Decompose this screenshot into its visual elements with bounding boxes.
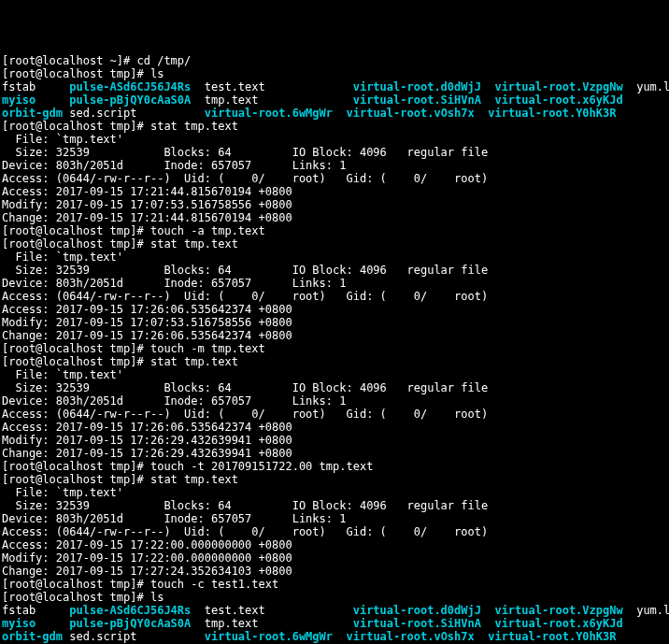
stat-output: Size: 32539 Blocks: 64 IO Block: 4096 re…	[2, 146, 488, 159]
stat-output: Access: (0644/-rw-r--r--) Uid: ( 0/ root…	[2, 290, 488, 303]
ls-entry: test.text	[191, 80, 352, 93]
stat-output: Change: 2017-09-15 17:21:44.815670194 +0…	[2, 211, 292, 224]
stat-output: Size: 32539 Blocks: 64 IO Block: 4096 re…	[2, 499, 488, 512]
ls-entry-dir: virtual-root.VzpgNw	[494, 604, 622, 617]
stat-output: Device: 803h/2051d Inode: 657057 Links: …	[2, 394, 346, 408]
stat-output: File: `tmp.text'	[2, 133, 123, 146]
ls-entry-dir: pulse-pBjQY0cAaS0A	[69, 617, 191, 630]
terminal-line: [root@localhost tmp]# touch -t 201709151…	[2, 460, 373, 473]
stat-output: Change: 2017-09-15 17:26:06.535642374 +0…	[2, 329, 292, 342]
ls-spacer	[36, 617, 69, 630]
ls-spacer	[481, 604, 494, 617]
ls-entry-dir: virtual-root.SiHVnA	[353, 93, 481, 107]
ls-entry-dir: virtual-root.vOsh7x	[346, 630, 474, 643]
terminal-line: [root@localhost tmp]# stat tmp.text	[2, 473, 238, 486]
ls-spacer	[36, 93, 69, 107]
ls-entry-dir: virtual-root.x6yKJd	[494, 93, 622, 107]
ls-spacer	[481, 617, 494, 630]
stat-output: Access: 2017-09-15 17:21:44.815670194 +0…	[2, 185, 292, 198]
ls-spacer	[481, 93, 494, 107]
ls-entry: sed.script	[63, 630, 205, 643]
ls-entry-dir: pulse-ASd6CJ56J4Rs	[69, 604, 191, 617]
terminal-line: [root@localhost tmp]# stat tmp.text	[2, 237, 238, 250]
ls-entry: test.text	[191, 604, 352, 617]
ls-entry: yum.log	[623, 604, 669, 617]
ls-entry-dir: virtual-root.Y0hK3R	[488, 107, 616, 120]
ls-entry-dir: virtual-root.x6yKJd	[494, 617, 622, 630]
stat-output: Modify: 2017-09-15 17:26:29.432639941 +0…	[2, 434, 292, 447]
stat-output: Access: (0644/-rw-r--r--) Uid: ( 0/ root…	[2, 408, 488, 421]
ls-entry-dir: myiso	[2, 617, 36, 630]
terminal-line: [root@localhost ~]# cd /tmp/	[2, 54, 191, 67]
ls-entry-dir: virtual-root.SiHVnA	[353, 617, 481, 630]
ls-spacer	[475, 630, 488, 643]
terminal-line: [root@localhost tmp]# touch -c test1.tex…	[2, 578, 278, 591]
stat-output: Access: 2017-09-15 17:22:00.000000000 +0…	[2, 538, 292, 551]
ls-entry-dir: virtual-root.vOsh7x	[346, 107, 474, 120]
ls-entry-dir: pulse-ASd6CJ56J4Rs	[69, 80, 191, 93]
terminal-line: [root@localhost tmp]# touch -m tmp.text	[2, 342, 265, 355]
ls-spacer	[333, 630, 346, 643]
ls-entry: fstab	[2, 604, 69, 617]
stat-output: Size: 32539 Blocks: 64 IO Block: 4096 re…	[2, 264, 488, 277]
stat-output: File: `tmp.text'	[2, 486, 123, 499]
ls-entry-dir: virtual-root.Y0hK3R	[488, 630, 616, 643]
ls-spacer	[333, 107, 346, 120]
stat-output: Access: (0644/-rw-r--r--) Uid: ( 0/ root…	[2, 172, 488, 185]
ls-entry-dir: pulse-pBjQY0cAaS0A	[69, 93, 191, 107]
terminal-output[interactable]: [root@localhost ~]# cd /tmp/ [root@local…	[2, 54, 667, 644]
stat-output: Access: (0644/-rw-r--r--) Uid: ( 0/ root…	[2, 525, 488, 538]
stat-output: Device: 803h/2051d Inode: 657057 Links: …	[2, 159, 346, 172]
stat-output: Change: 2017-09-15 17:26:29.432639941 +0…	[2, 447, 292, 460]
stat-output: Modify: 2017-09-15 17:07:53.516758556 +0…	[2, 198, 292, 211]
ls-entry: tmp.text	[191, 617, 352, 630]
stat-output: Size: 32539 Blocks: 64 IO Block: 4096 re…	[2, 381, 488, 394]
terminal-line: [root@localhost tmp]# ls	[2, 67, 164, 80]
stat-output: Change: 2017-09-15 17:27:24.352634103 +0…	[2, 565, 292, 578]
stat-output: File: `tmp.text'	[2, 368, 123, 381]
ls-spacer	[475, 107, 488, 120]
terminal-line: [root@localhost tmp]# touch -a tmp.text	[2, 224, 265, 237]
stat-output: Modify: 2017-09-15 17:22:00.000000000 +0…	[2, 551, 292, 565]
terminal-line: [root@localhost tmp]# stat tmp.text	[2, 355, 238, 368]
stat-output: Device: 803h/2051d Inode: 657057 Links: …	[2, 277, 346, 290]
ls-entry-dir: virtual-root.6wMgWr	[205, 107, 333, 120]
ls-spacer	[481, 80, 494, 93]
ls-entry: sed.script	[63, 107, 205, 120]
ls-entry: fstab	[2, 80, 69, 93]
stat-output: Access: 2017-09-15 17:26:06.535642374 +0…	[2, 303, 292, 316]
stat-output: Device: 803h/2051d Inode: 657057 Links: …	[2, 512, 346, 525]
ls-entry-dir: virtual-root.d0dWjJ	[353, 604, 481, 617]
ls-entry-dir: myiso	[2, 93, 36, 107]
ls-entry: tmp.text	[191, 93, 352, 107]
ls-entry-dir: virtual-root.6wMgWr	[205, 630, 333, 643]
terminal-line: [root@localhost tmp]# stat tmp.text	[2, 120, 238, 133]
ls-entry-dir: orbit-gdm	[2, 107, 63, 120]
stat-output: File: `tmp.text'	[2, 250, 123, 264]
ls-entry-dir: virtual-root.VzpgNw	[494, 80, 622, 93]
ls-entry-dir: orbit-gdm	[2, 630, 63, 643]
stat-output: Access: 2017-09-15 17:26:06.535642374 +0…	[2, 421, 292, 434]
terminal-line: [root@localhost tmp]# ls	[2, 591, 164, 604]
ls-entry: yum.log	[623, 80, 669, 93]
stat-output: Modify: 2017-09-15 17:07:53.516758556 +0…	[2, 316, 292, 329]
ls-entry-dir: virtual-root.d0dWjJ	[353, 80, 481, 93]
